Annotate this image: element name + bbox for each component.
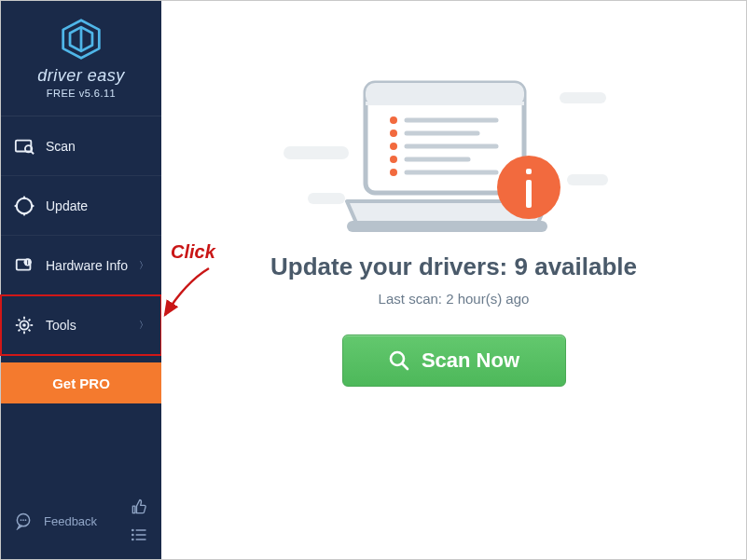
- sidebar-item-label: Scan: [46, 139, 76, 154]
- scan-illustration: [328, 75, 580, 234]
- svg-point-24: [21, 519, 22, 521]
- hardware-info-icon: i: [14, 255, 35, 276]
- svg-point-14: [22, 323, 26, 327]
- list-icon[interactable]: [130, 526, 148, 544]
- thumbs-up-icon[interactable]: [130, 498, 148, 516]
- svg-text:i: i: [27, 259, 29, 266]
- sidebar-item-label: Tools: [46, 318, 76, 333]
- headline: Update your drivers: 9 available: [270, 253, 637, 281]
- search-icon: [388, 349, 410, 372]
- scan-now-label: Scan Now: [422, 348, 519, 373]
- svg-point-37: [390, 130, 397, 137]
- svg-line-19: [19, 319, 21, 321]
- svg-point-5: [17, 198, 33, 213]
- svg-marker-9: [31, 203, 35, 209]
- svg-point-29: [131, 534, 134, 537]
- main-content: Update your drivers: 9 available Last sc…: [161, 1, 746, 559]
- svg-point-36: [390, 116, 397, 124]
- svg-rect-48: [526, 169, 532, 174]
- svg-line-20: [29, 329, 31, 331]
- annotation-click-label: Click: [171, 241, 215, 263]
- svg-point-39: [390, 156, 397, 163]
- svg-rect-46: [347, 221, 547, 232]
- svg-rect-35: [366, 102, 524, 105]
- scan-icon: [14, 136, 35, 157]
- sidebar-bottom: Feedback: [1, 486, 161, 559]
- svg-point-25: [22, 519, 24, 521]
- svg-point-27: [131, 529, 134, 532]
- svg-point-40: [390, 169, 397, 176]
- sidebar-nav: Scan Update i Hardware Info: [1, 116, 161, 355]
- sidebar-item-label: Update: [46, 198, 88, 213]
- svg-rect-49: [526, 180, 532, 208]
- svg-point-26: [25, 519, 27, 521]
- app-logo-icon: [60, 18, 103, 61]
- svg-point-31: [131, 539, 134, 541]
- feedback-icon[interactable]: [14, 512, 33, 530]
- svg-line-4: [31, 151, 34, 154]
- svg-point-38: [390, 143, 397, 150]
- sidebar: driver easy FREE v5.6.11 Scan: [1, 1, 161, 559]
- app-name: driver easy: [37, 66, 125, 86]
- chevron-right-icon: 〉: [139, 319, 148, 332]
- svg-marker-6: [21, 196, 27, 199]
- scan-now-button[interactable]: Scan Now: [342, 335, 566, 387]
- last-scan-text: Last scan: 2 hour(s) ago: [379, 291, 530, 307]
- svg-line-21: [19, 329, 21, 331]
- sidebar-item-label: Hardware Info: [46, 258, 128, 273]
- chevron-right-icon: 〉: [139, 259, 148, 272]
- logo-block: driver easy FREE v5.6.11: [1, 1, 161, 116]
- headline-suffix: available: [528, 253, 637, 280]
- sidebar-item-scan[interactable]: Scan: [1, 116, 161, 176]
- get-pro-button[interactable]: Get PRO: [1, 362, 161, 403]
- get-pro-label: Get PRO: [52, 376, 110, 391]
- update-icon: [14, 196, 35, 216]
- sidebar-extra-icons: [130, 498, 148, 544]
- svg-line-51: [402, 364, 408, 370]
- svg-line-22: [29, 319, 31, 321]
- sidebar-item-update[interactable]: Update: [1, 176, 161, 236]
- feedback-label[interactable]: Feedback: [44, 514, 97, 528]
- headline-prefix: Update your drivers:: [270, 253, 515, 280]
- app-edition: FREE v5.6.11: [47, 88, 116, 99]
- sidebar-item-tools[interactable]: Tools 〉: [1, 295, 161, 355]
- svg-marker-7: [21, 212, 27, 216]
- svg-marker-8: [14, 203, 18, 209]
- app-window: — × driver easy FREE v5.6.11 Scan: [0, 0, 747, 560]
- tools-icon: [14, 315, 35, 335]
- sidebar-item-hardware-info[interactable]: i Hardware Info 〉: [1, 236, 161, 295]
- headline-count: 9: [514, 253, 527, 280]
